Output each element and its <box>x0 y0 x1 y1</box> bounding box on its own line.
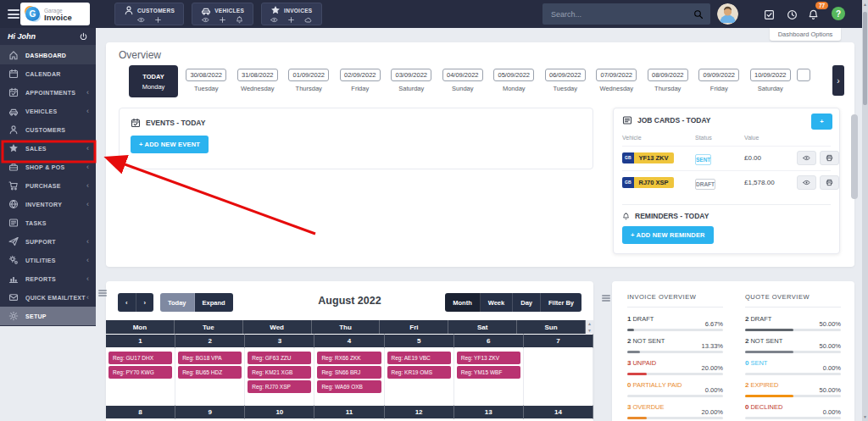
dashboard-options-button[interactable]: Dashboard Options <box>770 28 841 41</box>
quick-action-customers[interactable]: CUSTOMERS <box>114 3 184 25</box>
calendar-event-pill[interactable]: Reg: KR19 OMS <box>387 366 451 379</box>
calendar-event-pill[interactable]: Reg: PY70 KWG <box>108 366 172 379</box>
print-button[interactable] <box>820 175 839 190</box>
calendar-date-1[interactable]: 1 <box>106 334 175 348</box>
date-tab-today[interactable]: TODAY Monday <box>129 65 178 97</box>
clock-status-icon[interactable] <box>787 8 798 24</box>
sidebar-item-customers[interactable]: CUSTOMERS <box>0 120 96 139</box>
calendar-event-pill[interactable]: Reg: GU17 DHX <box>108 352 172 364</box>
date-tabs-next-button[interactable]: › <box>832 65 844 96</box>
search-icon[interactable] <box>693 9 704 19</box>
plus-icon[interactable] <box>287 16 295 24</box>
date-tab-07-09-2022[interactable]: 07/09/2022 Wednesday <box>591 65 643 92</box>
sidebar-item-inventory[interactable]: INVENTORY ‹ <box>0 195 96 213</box>
sidebar-item-support[interactable]: SUPPORT ‹ <box>0 232 96 251</box>
plus-icon[interactable] <box>219 16 226 24</box>
sidebar-item-tasks[interactable]: TASKS <box>0 213 96 232</box>
calendar-event-pill[interactable]: Reg: WA69 OXB <box>317 380 381 393</box>
sidebar-item-utilities[interactable]: UTILITIES ‹ <box>0 251 96 269</box>
scroll-up-icon[interactable]: ▲ <box>862 2 868 7</box>
calendar-view-filter-by[interactable]: Filter By <box>541 293 581 312</box>
scroll-down-icon[interactable]: ▼ <box>862 414 868 419</box>
calendar-date-6[interactable]: 6 <box>454 334 524 348</box>
widget-scrollbar-thumb[interactable] <box>851 114 858 199</box>
eye-icon[interactable] <box>270 16 278 24</box>
calendar-event-pill[interactable]: Reg: YF13 ZKV <box>457 352 520 364</box>
quick-action-vehicles[interactable]: VEHICLES <box>192 3 253 25</box>
print-button[interactable] <box>820 151 839 165</box>
calendar-date-10[interactable]: 10 <box>245 405 314 419</box>
calendar-mini-scrollbar[interactable]: ▲▼ <box>586 320 593 334</box>
calendar-day-cell[interactable]: Reg: BG18 VPAReg: BU65 HDZ <box>175 348 245 405</box>
sidebar-item-dashboard[interactable]: DASHBOARD <box>0 46 96 64</box>
tasks-check-icon[interactable] <box>764 8 775 24</box>
view-button[interactable] <box>797 175 816 190</box>
calendar-event-pill[interactable]: Reg: RJ70 XSP <box>248 380 311 393</box>
date-tab-31-08-2022[interactable]: 31/08/2022 Wednesday <box>232 65 284 92</box>
date-tab-01-09-2022[interactable]: 01/09/2022 Thursday <box>283 65 335 92</box>
sidebar-item-appointments[interactable]: APPOINTMENTS ‹ <box>0 83 96 102</box>
notifications-bell-icon[interactable] <box>808 8 819 24</box>
calendar-date-3[interactable]: 3 <box>245 334 314 348</box>
vehicle-plate[interactable]: GBYF13 ZKV <box>622 152 674 163</box>
sidebar-item-vehicles[interactable]: VEHICLES ‹ <box>0 102 96 120</box>
date-tab-06-09-2022[interactable]: 06/09/2022 Tuesday <box>540 65 592 92</box>
calendar-date-8[interactable]: 8 <box>106 405 175 419</box>
sidebar-item-purchase[interactable]: PURCHASE ‹ <box>0 176 96 195</box>
date-tab-30-08-2022[interactable]: 30/08/2022 Tuesday <box>181 65 232 92</box>
stats-drag-handle-icon[interactable] <box>602 295 610 302</box>
calendar-view-day[interactable]: Day <box>513 293 541 312</box>
eye-icon[interactable] <box>202 16 209 24</box>
calendar-date-9[interactable]: 9 <box>175 405 245 419</box>
plus-icon[interactable] <box>154 16 162 24</box>
calendar-date-13[interactable]: 13 <box>454 405 524 419</box>
calendar-event-pill[interactable]: Reg: KM21 XGB <box>248 366 311 379</box>
calendar-view-week[interactable]: Week <box>481 293 513 312</box>
calendar-event-pill[interactable]: Reg: BG18 VPA <box>178 352 242 364</box>
search-input[interactable] <box>549 9 693 19</box>
calendar-event-pill[interactable]: Reg: SN66 BRJ <box>317 366 381 379</box>
sidebar-item-reports[interactable]: REPORTS ‹ <box>0 269 96 288</box>
date-tab-03-09-2022[interactable]: 03/09/2022 Saturday <box>386 65 437 92</box>
logout-power-icon[interactable] <box>79 32 88 42</box>
calendar-day-cell[interactable]: Reg: YF13 ZKVReg: YM15 WBF <box>454 348 524 405</box>
date-tab-05-09-2022[interactable]: 05/09/2022 Monday <box>488 65 540 92</box>
calendar-date-12[interactable]: 12 <box>385 405 454 419</box>
calendar-day-cell[interactable] <box>524 348 593 405</box>
calendar-day-cell[interactable]: Reg: GF63 ZZUReg: KM21 XGBReg: RJ70 XSP <box>245 348 314 405</box>
user-avatar[interactable] <box>717 3 738 25</box>
cloud-icon[interactable] <box>304 16 312 24</box>
date-tab-10-09-2022[interactable]: 10/09/2022 Saturday <box>745 65 797 92</box>
calendar-day-cell[interactable]: Reg: AE19 VBCReg: KR19 OMS <box>385 348 454 405</box>
calendar-date-4[interactable]: 4 <box>314 334 384 348</box>
view-button[interactable] <box>797 151 816 165</box>
calendar-day-cell[interactable]: Reg: RX66 ZKKReg: SN66 BRJReg: WA69 OXB <box>314 348 384 405</box>
calendar-date-2[interactable]: 2 <box>175 334 245 348</box>
date-tab-08-09-2022[interactable]: 08/09/2022 Thursday <box>643 65 694 92</box>
date-tab-partial[interactable] <box>796 65 811 81</box>
date-tab-02-09-2022[interactable]: 02/09/2022 Friday <box>335 65 387 92</box>
date-tab-09-09-2022[interactable]: 09/09/2022 Friday <box>693 65 745 92</box>
calendar-view-month[interactable]: Month <box>445 293 481 312</box>
vehicle-plate[interactable]: GBRJ70 XSP <box>622 177 674 188</box>
calendar-date-14[interactable]: 14 <box>524 405 593 419</box>
calendar-event-pill[interactable]: Reg: GF63 ZZU <box>248 352 311 364</box>
bell-icon[interactable] <box>236 16 243 24</box>
calendar-event-pill[interactable]: Reg: RX66 ZKK <box>317 352 381 364</box>
calendar-date-11[interactable]: 11 <box>314 405 384 419</box>
eye-icon[interactable] <box>137 16 145 24</box>
hamburger-menu-icon[interactable] <box>8 9 19 19</box>
sidebar-item-shop-pos[interactable]: SHOP & POS ‹ <box>0 158 96 176</box>
add-new-reminder-button[interactable]: + ADD NEW REMINDER <box>622 226 714 244</box>
sidebar-item-setup[interactable]: SETUP <box>0 307 96 325</box>
page-scrollbar[interactable]: ▲ ▼ <box>862 0 868 421</box>
calendar-event-pill[interactable]: Reg: BU65 HDZ <box>178 366 242 379</box>
sidebar-item-calendar[interactable]: CALENDAR <box>0 64 96 83</box>
sidebar-item-quick-email-text[interactable]: QUICK EMAIL/TEXT ‹ <box>0 288 96 307</box>
calendar-day-cell[interactable]: Reg: GU17 DHXReg: PY70 KWG <box>106 348 175 405</box>
sidebar-item-sales[interactable]: SALES ‹ <box>0 139 96 158</box>
add-new-event-button[interactable]: + ADD NEW EVENT <box>131 136 209 153</box>
calendar-event-pill[interactable]: Reg: AE19 VBC <box>387 352 451 364</box>
app-logo[interactable]: G Garage Invoice <box>20 3 90 25</box>
quick-action-invoices[interactable]: INVOICES <box>261 3 321 25</box>
